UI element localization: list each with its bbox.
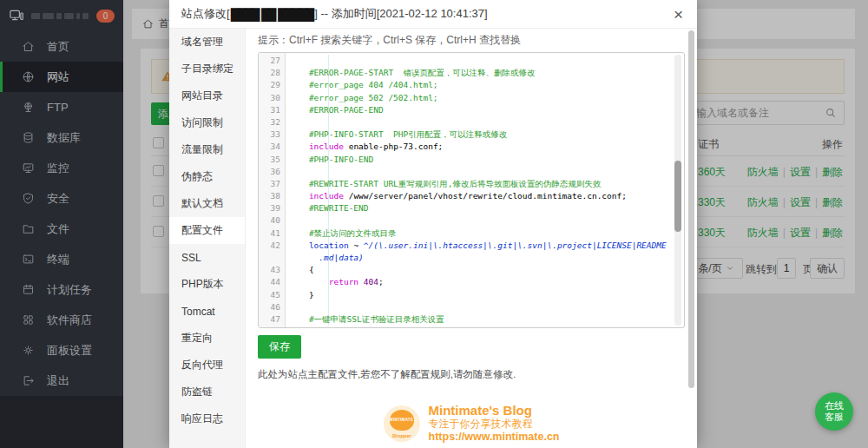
line-number: 30 bbox=[259, 92, 285, 104]
code-line: .md|data) bbox=[289, 252, 684, 264]
modal-menu-item-traffic[interactable]: 流量限制 bbox=[169, 136, 245, 163]
line-number: 29 bbox=[259, 79, 285, 91]
code-line: location ~ ^/(\.user.ini|\.htaccess|\.gi… bbox=[289, 240, 684, 252]
watermark-footer: MINTIMATE Shopper Mintimate's Blog 专注于你分… bbox=[258, 403, 685, 444]
editor-code-area[interactable]: #ERROR-PAGE-START 错误页配置，可以注释、删除或修改 #erro… bbox=[286, 53, 684, 327]
line-number: 43 bbox=[259, 264, 285, 276]
line-number: 37 bbox=[259, 178, 285, 190]
modal-menu-item-subdir[interactable]: 子目录绑定 bbox=[169, 56, 245, 82]
line-number: 40 bbox=[259, 214, 285, 227]
redacted-domain: ████ ██ █████ bbox=[231, 8, 314, 21]
modal-menu-item-proxy[interactable]: 反向代理 bbox=[169, 352, 245, 379]
site-edit-modal: 站点修改[████ ██ █████] -- 添加时间[2021-02-12 1… bbox=[169, 0, 697, 448]
code-line: #ERROR-PAGE-END bbox=[289, 104, 684, 116]
line-number: 34 bbox=[259, 141, 285, 153]
logo-text: MINTIMATE bbox=[390, 418, 413, 422]
code-line bbox=[289, 301, 684, 313]
modal-menu-item-dir[interactable]: 网站目录 bbox=[169, 82, 245, 109]
modal-menu-item-rewrite[interactable]: 伪静态 bbox=[169, 163, 245, 190]
modal-menu-item-access[interactable]: 访问限制 bbox=[169, 109, 245, 136]
modal-title-suffix: ] -- 添加时间[2021-02-12 10:41:37] bbox=[314, 6, 487, 22]
footer-blog-title: Mintimate's Blog bbox=[429, 403, 560, 418]
line-number: 28 bbox=[259, 67, 285, 79]
code-line: return 404; bbox=[289, 276, 684, 288]
modal-menu-item-logs[interactable]: 响应日志 bbox=[169, 405, 245, 432]
code-line bbox=[289, 214, 684, 227]
code-line: #error_page 502 /502.html; bbox=[289, 92, 684, 104]
modal-menu-item-defaultdoc[interactable]: 默认文档 bbox=[169, 190, 245, 217]
code-line: #PHP-INFO-START PHP引用配置，可以注释或修改 bbox=[289, 128, 684, 141]
close-icon[interactable]: × bbox=[672, 6, 685, 23]
modal-menu-item-domain[interactable]: 域名管理 bbox=[169, 29, 245, 56]
modal-title-prefix: 站点修改[ bbox=[181, 6, 230, 22]
online-service-button[interactable]: 在线 客服 bbox=[815, 392, 853, 431]
modal-body: 域名管理子目录绑定网站目录访问限制流量限制伪静态默认文档配置文件SSLPHP版本… bbox=[169, 29, 697, 448]
modal-menu-item-config[interactable]: 配置文件 bbox=[169, 217, 245, 244]
footer-blog-url: https://www.mintimate.cn bbox=[429, 431, 560, 444]
modal-menu-item-redirect[interactable]: 重定向 bbox=[169, 325, 245, 352]
line-number: 45 bbox=[259, 289, 285, 301]
line-number bbox=[259, 252, 285, 264]
modal-menu-item-tomcat[interactable]: Tomcat bbox=[169, 298, 245, 325]
code-line: { bbox=[289, 264, 684, 276]
config-editor: 2728293031323334353637383940414243444546… bbox=[258, 52, 685, 328]
mintimate-logo: MINTIMATE Shopper bbox=[384, 405, 420, 442]
config-warning-note: 此处为站点主配置文件,若您不了解配置规则,请勿随意修改. bbox=[258, 368, 685, 381]
service-label-line2: 客服 bbox=[825, 412, 844, 423]
line-number: 35 bbox=[259, 154, 285, 166]
line-number: 46 bbox=[259, 301, 285, 313]
code-line bbox=[289, 166, 684, 178]
code-line bbox=[289, 55, 684, 67]
code-line: #禁止访问的文件或目录 bbox=[289, 227, 684, 240]
modal-menu-item-ssl[interactable]: SSL bbox=[169, 244, 245, 271]
modal-menu-item-hotlink[interactable]: 防盗链 bbox=[169, 379, 245, 405]
line-number: 44 bbox=[259, 276, 285, 288]
footer-blog-subtitle: 专注于你分享技术教程 bbox=[429, 418, 560, 431]
editor-line-numbers: 2728293031323334353637383940414243444546… bbox=[259, 53, 286, 327]
line-number: 38 bbox=[259, 190, 285, 202]
modal-scrollbar-thumb[interactable] bbox=[688, 30, 694, 388]
modal-side-menu: 域名管理子目录绑定网站目录访问限制流量限制伪静态默认文档配置文件SSLPHP版本… bbox=[169, 29, 246, 448]
code-line: include /www/server/panel/vhost/rewrite/… bbox=[289, 190, 684, 202]
line-number: 36 bbox=[259, 166, 285, 178]
line-number: 42 bbox=[259, 240, 285, 252]
code-line: #error_page 404 /404.html; bbox=[289, 79, 684, 91]
code-line: #REWRITE-END bbox=[289, 202, 684, 214]
line-number: 31 bbox=[259, 104, 285, 116]
modal-title-bar: 站点修改[████ ██ █████] -- 添加时间[2021-02-12 1… bbox=[169, 0, 697, 29]
line-number: 47 bbox=[259, 313, 285, 326]
line-number: 41 bbox=[259, 227, 285, 240]
line-number: 39 bbox=[259, 202, 285, 214]
line-number: 27 bbox=[259, 55, 285, 67]
editor-hint: 提示：Ctrl+F 搜索关键字，Ctrl+S 保存，Ctrl+H 查找替换 bbox=[258, 34, 685, 46]
code-line: } bbox=[289, 289, 684, 301]
modal-menu-item-php[interactable]: PHP版本 bbox=[169, 271, 245, 298]
code-line: #ERROR-PAGE-START 错误页配置，可以注释、删除或修改 bbox=[289, 67, 684, 79]
code-line: #REWRITE-START URL重写规则引用,修改后将导致面板设置的伪静态规… bbox=[289, 178, 684, 190]
line-number: 33 bbox=[259, 128, 285, 141]
line-number: 32 bbox=[259, 116, 285, 128]
save-button[interactable]: 保存 bbox=[258, 335, 301, 359]
config-file-pane: 提示：Ctrl+F 搜索关键字，Ctrl+S 保存，Ctrl+H 查找替换 27… bbox=[246, 29, 697, 448]
service-label-line1: 在线 bbox=[825, 400, 844, 412]
code-line: #PHP-INFO-END bbox=[289, 154, 684, 166]
code-line: #一键申请SSL证书验证目录相关设置 bbox=[289, 313, 684, 326]
code-line bbox=[289, 116, 684, 128]
logo-subtext: Shopper bbox=[384, 433, 420, 438]
code-line: include enable-php-73.conf; bbox=[289, 141, 684, 153]
